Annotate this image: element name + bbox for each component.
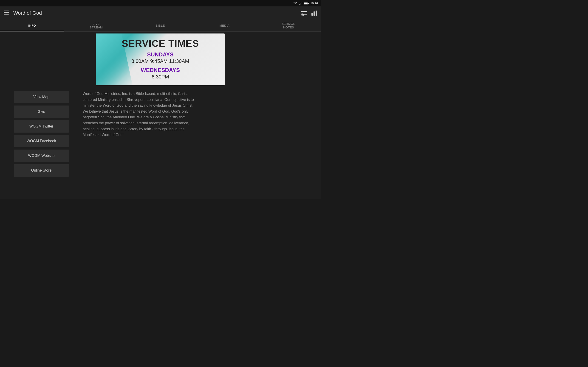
signal-icon (299, 2, 303, 5)
svg-rect-10 (4, 14, 9, 15)
cast-icon[interactable] (301, 10, 307, 16)
status-bar-right: 10:26 (293, 2, 318, 5)
svg-rect-1 (299, 4, 300, 5)
svg-rect-7 (308, 3, 309, 4)
banner-day1: SUNDAYS (103, 51, 218, 58)
svg-rect-9 (4, 12, 9, 13)
banner-hours1: 8:00AM 9:45AM 11:30AM (103, 58, 218, 64)
svg-rect-8 (4, 10, 9, 11)
svg-point-0 (295, 4, 296, 4)
svg-rect-14 (316, 10, 317, 16)
svg-rect-13 (313, 11, 315, 16)
tab-bible[interactable]: BIBLE (128, 20, 192, 31)
svg-rect-2 (300, 3, 300, 5)
service-times-banner: SERVICE TIMES SUNDAYS 8:00AM 9:45AM 11:3… (96, 33, 225, 85)
status-time: 10:26 (310, 2, 318, 5)
tab-sermon-notes[interactable]: SERMONNOTES (257, 20, 321, 31)
tab-bar: INFO LIVESTREAM BIBLE MEDIA SERMONNOTES (0, 20, 321, 32)
svg-rect-4 (302, 2, 302, 5)
app-bar: Word of God (0, 6, 321, 20)
wifi-icon (293, 2, 297, 5)
app-bar-actions (301, 10, 317, 16)
wogm-website-button[interactable]: WOGM Website (14, 150, 69, 162)
hamburger-icon[interactable] (4, 10, 9, 16)
wogm-twitter-button[interactable]: WOGM Twitter (14, 120, 69, 133)
chart-icon[interactable] (311, 10, 317, 16)
banner-hours2: 6:30PM (103, 74, 218, 80)
action-buttons-column: View Map Give WOGM Twitter WOGM Facebook… (14, 91, 69, 177)
main-content: SERVICE TIMES SUNDAYS 8:00AM 9:45AM 11:3… (0, 32, 321, 199)
svg-rect-6 (304, 2, 308, 4)
status-bar: 10:26 (0, 0, 321, 6)
banner-title: SERVICE TIMES (103, 38, 218, 49)
bottom-section: View Map Give WOGM Twitter WOGM Facebook… (0, 85, 321, 182)
app-title: Word of God (13, 10, 296, 16)
tab-live-stream[interactable]: LIVESTREAM (64, 20, 128, 31)
tab-media[interactable]: MEDIA (192, 20, 257, 31)
view-map-button[interactable]: View Map (14, 91, 69, 103)
give-button[interactable]: Give (14, 106, 69, 118)
svg-rect-3 (301, 2, 301, 5)
banner-day2: WEDNESDAYS (103, 67, 218, 73)
tab-info[interactable]: INFO (0, 20, 64, 31)
ministry-description: Word of God Ministries, Inc. is a Bible-… (83, 91, 195, 138)
online-store-button[interactable]: Online Store (14, 164, 69, 177)
svg-rect-12 (311, 13, 313, 16)
wogm-facebook-button[interactable]: WOGM Facebook (14, 135, 69, 147)
battery-icon (304, 2, 309, 5)
